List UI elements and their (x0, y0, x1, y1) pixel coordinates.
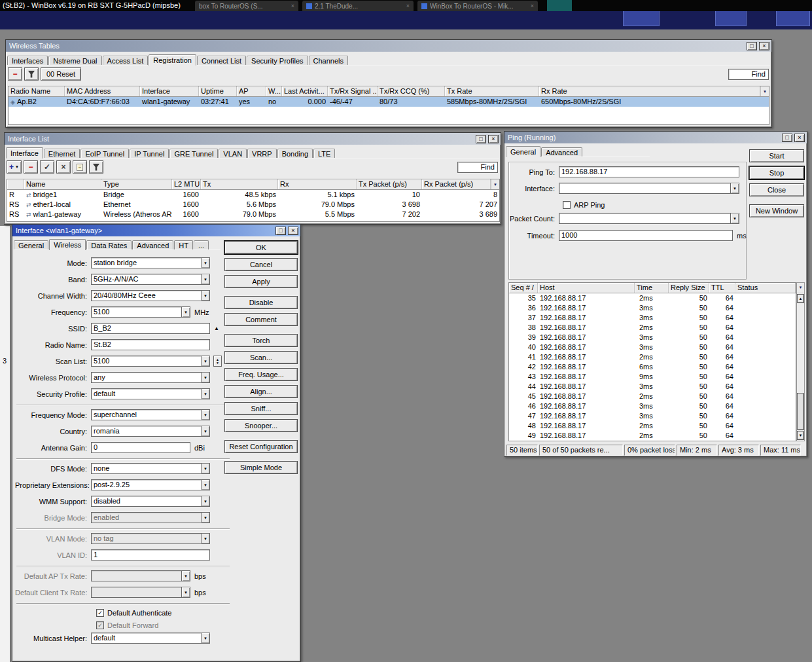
ping-row[interactable]: 47192.168.88.173ms5064 (509, 411, 796, 421)
align-button[interactable]: Align... (224, 385, 298, 398)
interface-list-titlebar[interactable]: Interface List □ × (5, 133, 501, 145)
radio-name-input[interactable]: St.B2 (91, 339, 210, 350)
add-button[interactable]: + ▼ (7, 160, 22, 174)
interface-column-l2-mtu[interactable]: L2 MTU (172, 179, 201, 189)
dropdown-icon[interactable]: ▼ (201, 513, 209, 523)
close-button[interactable]: × (488, 135, 499, 143)
multicast-helper-dropdown[interactable]: default▼ (91, 633, 210, 644)
dropdown-icon[interactable]: ▼ (201, 291, 209, 301)
remove-entry-button[interactable]: − (8, 67, 22, 81)
wireless-tables-titlebar[interactable]: Wireless Tables □ × (6, 40, 771, 52)
interface-column-rx-packet-p-s[interactable]: Rx Packet (p/s) (422, 179, 491, 189)
dropdown-icon[interactable]: ▼ (201, 496, 209, 506)
ping-column-ttl[interactable]: TTL (709, 283, 735, 293)
value-spinner[interactable]: ▲▼ (213, 356, 222, 367)
dropdown-icon[interactable]: ▼ (201, 410, 209, 420)
default-client-tx-rate-dropdown[interactable]: ▼ (91, 587, 190, 598)
interface-column-tx[interactable]: Tx (201, 179, 278, 189)
timeout-input[interactable]: 1000 (559, 230, 733, 241)
band-dropdown[interactable]: 5GHz-A/N/AC▼ (91, 274, 210, 285)
ping-row[interactable]: 39192.168.88.173ms5064 (509, 333, 796, 342)
ping-row[interactable]: 42192.168.88.176ms5064 (509, 362, 796, 372)
ssid-input[interactable]: B_B2 (91, 323, 210, 334)
antenna-gain-input[interactable]: 0 (91, 442, 190, 453)
interface-column-flags[interactable] (7, 179, 24, 189)
dropdown-icon[interactable]: ▼ (201, 373, 209, 382)
interface-row[interactable]: R⇄bridge1Bridge160048.5 kbps5.1 kbps108 (7, 190, 499, 200)
wlan-tab-general[interactable]: General (14, 240, 48, 249)
vlan-id-input[interactable]: 1 (91, 549, 210, 561)
ping-row[interactable]: 49192.168.88.172ms5064 (509, 431, 796, 441)
dfs-mode-dropdown[interactable]: none▼ (91, 463, 210, 474)
ping-interface-dropdown[interactable]: ▼ (559, 183, 739, 194)
ping-row[interactable]: 43192.168.88.179ms5064 (509, 372, 796, 382)
ping-row[interactable]: 40192.168.88.173ms5064 (509, 342, 796, 352)
browser-tab-close-icon[interactable]: × (291, 3, 294, 9)
reset-counters-button[interactable]: 00 Reset (41, 67, 81, 81)
wlan-tab-data-rates[interactable]: Data Rates (86, 240, 132, 249)
disable-button[interactable]: × (56, 160, 71, 174)
close-button[interactable]: × (794, 134, 805, 142)
dropdown-icon[interactable]: ▼ (201, 389, 209, 399)
proprietary-extensions-dropdown[interactable]: post-2.9.25▼ (91, 479, 210, 490)
interface-list-tab-gre-tunnel[interactable]: GRE Tunnel (169, 149, 218, 158)
channel-width-dropdown[interactable]: 20/40/80MHz Ceee▼ (91, 290, 210, 301)
default-forward-checkbox[interactable]: ✓ (96, 621, 104, 629)
ping-column-seq[interactable]: Seq # / (509, 283, 538, 293)
stop-button[interactable]: Stop (749, 166, 804, 179)
ping-table-scrollbar[interactable]: ▼ ▲ ▼ (796, 282, 805, 441)
default-authenticate-checkbox[interactable]: ✓ (96, 609, 104, 617)
wlan-tab-more[interactable]: ... (194, 240, 209, 249)
interface-column-select-icon[interactable]: ▼ (491, 179, 499, 189)
interface-row[interactable]: RS⇄wlan1-gatewayWireless (Atheros AR9...… (7, 210, 499, 219)
wlan-tab-ht[interactable]: HT (174, 240, 193, 249)
wireless-column-interface[interactable]: Interface (140, 86, 199, 96)
apply-button[interactable]: Apply (224, 275, 298, 288)
wlan-dialog-titlebar[interactable]: Interface <wlan1-gateway> □ × (12, 225, 300, 236)
interface-column-tx-packet-p-s[interactable]: Tx Packet (p/s) (357, 179, 422, 189)
browser-tab-close-icon[interactable]: × (531, 3, 534, 9)
ping-column-reply-size[interactable]: Reply Size (669, 283, 709, 293)
interface-row[interactable]: RS⇄ether1-localEthernet16005.6 Mbps79.0 … (7, 200, 499, 210)
scroll-down-button[interactable]: ▼ (797, 431, 804, 440)
wlan-tab-wireless[interactable]: Wireless (49, 239, 86, 250)
wireless-column-tx-rx-signal[interactable]: Tx/Rx Signal ... (328, 86, 378, 96)
find-box[interactable]: Find (728, 69, 769, 80)
filter-button[interactable] (89, 160, 103, 174)
dropdown-icon[interactable]: ▼ (201, 464, 209, 473)
interface-column-name[interactable]: Name (24, 179, 101, 189)
ping-row[interactable]: 36192.168.88.173ms5064 (509, 303, 796, 313)
close-button[interactable]: × (288, 227, 298, 235)
wireless-column-w[interactable]: W... (266, 86, 282, 96)
maximize-button[interactable]: □ (476, 135, 486, 143)
sniff-button[interactable]: Sniff... (224, 402, 298, 415)
dropdown-icon[interactable]: ▼ (181, 571, 190, 581)
dropdown-icon[interactable]: ▼ (201, 534, 209, 543)
close-button[interactable]: × (759, 42, 769, 50)
dropdown-icon[interactable]: ▼ (201, 426, 209, 436)
interface-list-tab-interface[interactable]: Interface (6, 147, 43, 158)
find-box[interactable]: Find (457, 162, 498, 173)
scan-button[interactable]: Scan... (224, 351, 298, 364)
ping-row[interactable]: 48192.168.88.172ms5064 (509, 421, 796, 431)
torch-button[interactable]: Torch (224, 334, 298, 347)
ping-row[interactable]: 35192.168.88.172ms5064 (509, 293, 796, 303)
scroll-up-button[interactable]: ▲ (797, 294, 804, 303)
maximize-button[interactable]: □ (747, 42, 757, 50)
ping-row[interactable]: 37192.168.88.173ms5064 (509, 313, 796, 323)
dropdown-icon[interactable]: ▼ (201, 274, 209, 284)
dropdown-icon[interactable]: ▼ (730, 213, 739, 223)
ping-row[interactable]: 38192.168.88.172ms5064 (509, 323, 796, 333)
ping-column-status[interactable]: Status (735, 283, 796, 293)
remove-button[interactable]: − (24, 160, 38, 174)
filter-button[interactable] (24, 67, 39, 81)
ping-tab-general[interactable]: General (506, 146, 540, 157)
collapse-up-icon[interactable]: ▲ (214, 325, 219, 331)
wlan-tab-advanced[interactable]: Advanced (132, 240, 173, 249)
wireless-tab-nstreme-dual[interactable]: Nstreme Dual (48, 56, 101, 65)
interface-list-tab-eoip-tunnel[interactable]: EoIP Tunnel (80, 149, 129, 158)
vlan-mode-dropdown[interactable]: no tag▼ (91, 533, 210, 544)
browser-tab[interactable]: 2.1 TheDude...× (302, 1, 414, 11)
reset-configuration-button[interactable]: Reset Configuration (224, 440, 298, 453)
interface-list-tab-ethernet[interactable]: Ethernet (44, 149, 80, 158)
